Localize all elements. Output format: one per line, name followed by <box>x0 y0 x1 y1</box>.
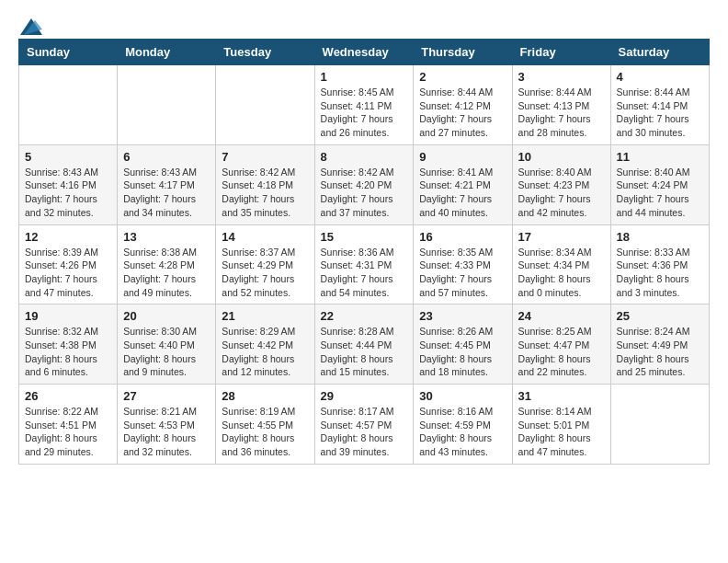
day-detail: Sunrise: 8:29 AM Sunset: 4:42 PM Dayligh… <box>222 325 308 379</box>
calendar-cell: 31Sunrise: 8:14 AM Sunset: 5:01 PM Dayli… <box>512 385 610 465</box>
day-number: 19 <box>25 309 111 323</box>
day-detail: Sunrise: 8:40 AM Sunset: 4:24 PM Dayligh… <box>617 166 703 220</box>
calendar-cell: 20Sunrise: 8:30 AM Sunset: 4:40 PM Dayli… <box>118 304 216 385</box>
day-detail: Sunrise: 8:21 AM Sunset: 4:53 PM Dayligh… <box>123 405 210 459</box>
day-number: 8 <box>321 150 408 164</box>
day-detail: Sunrise: 8:43 AM Sunset: 4:17 PM Dayligh… <box>123 166 210 220</box>
day-detail: Sunrise: 8:24 AM Sunset: 4:49 PM Dayligh… <box>617 325 703 379</box>
calendar-header-thursday: Thursday <box>414 40 512 65</box>
day-number: 12 <box>25 230 111 244</box>
calendar-cell <box>19 65 118 145</box>
day-detail: Sunrise: 8:44 AM Sunset: 4:12 PM Dayligh… <box>419 86 506 140</box>
calendar-cell: 9Sunrise: 8:41 AM Sunset: 4:21 PM Daylig… <box>414 144 512 224</box>
calendar-header-monday: Monday <box>118 40 216 65</box>
day-number: 4 <box>617 70 703 84</box>
day-detail: Sunrise: 8:42 AM Sunset: 4:18 PM Dayligh… <box>222 166 308 220</box>
day-detail: Sunrise: 8:22 AM Sunset: 4:51 PM Dayligh… <box>25 405 111 459</box>
day-number: 3 <box>518 70 605 84</box>
calendar: SundayMondayTuesdayWednesdayThursdayFrid… <box>18 39 710 465</box>
day-detail: Sunrise: 8:36 AM Sunset: 4:31 PM Dayligh… <box>321 246 408 300</box>
calendar-cell: 16Sunrise: 8:35 AM Sunset: 4:33 PM Dayli… <box>414 224 512 304</box>
calendar-week-row: 5Sunrise: 8:43 AM Sunset: 4:16 PM Daylig… <box>19 144 710 224</box>
day-detail: Sunrise: 8:44 AM Sunset: 4:13 PM Dayligh… <box>518 86 605 140</box>
calendar-cell: 8Sunrise: 8:42 AM Sunset: 4:20 PM Daylig… <box>314 144 414 224</box>
calendar-cell: 17Sunrise: 8:34 AM Sunset: 4:34 PM Dayli… <box>512 224 610 304</box>
calendar-cell: 2Sunrise: 8:44 AM Sunset: 4:12 PM Daylig… <box>414 65 512 145</box>
day-detail: Sunrise: 8:14 AM Sunset: 5:01 PM Dayligh… <box>518 405 605 459</box>
day-number: 25 <box>617 309 703 323</box>
calendar-cell: 29Sunrise: 8:17 AM Sunset: 4:57 PM Dayli… <box>314 385 414 465</box>
day-detail: Sunrise: 8:37 AM Sunset: 4:29 PM Dayligh… <box>222 246 308 300</box>
day-number: 22 <box>321 309 408 323</box>
calendar-cell: 14Sunrise: 8:37 AM Sunset: 4:29 PM Dayli… <box>216 224 314 304</box>
day-detail: Sunrise: 8:38 AM Sunset: 4:28 PM Dayligh… <box>123 246 210 300</box>
calendar-cell: 23Sunrise: 8:26 AM Sunset: 4:45 PM Dayli… <box>414 304 512 385</box>
calendar-header-row: SundayMondayTuesdayWednesdayThursdayFrid… <box>19 40 710 65</box>
calendar-cell: 1Sunrise: 8:45 AM Sunset: 4:11 PM Daylig… <box>314 65 414 145</box>
day-number: 10 <box>518 150 605 164</box>
calendar-cell: 21Sunrise: 8:29 AM Sunset: 4:42 PM Dayli… <box>216 304 314 385</box>
calendar-cell: 15Sunrise: 8:36 AM Sunset: 4:31 PM Dayli… <box>314 224 414 304</box>
calendar-header-wednesday: Wednesday <box>314 40 414 65</box>
day-number: 28 <box>222 389 308 403</box>
day-number: 26 <box>25 389 111 403</box>
day-detail: Sunrise: 8:19 AM Sunset: 4:55 PM Dayligh… <box>222 405 308 459</box>
day-detail: Sunrise: 8:45 AM Sunset: 4:11 PM Dayligh… <box>321 86 408 140</box>
calendar-cell <box>118 65 216 145</box>
calendar-cell: 6Sunrise: 8:43 AM Sunset: 4:17 PM Daylig… <box>118 144 216 224</box>
day-detail: Sunrise: 8:28 AM Sunset: 4:44 PM Dayligh… <box>321 325 408 379</box>
day-number: 17 <box>518 230 605 244</box>
day-number: 6 <box>123 150 210 164</box>
day-number: 21 <box>222 309 308 323</box>
day-number: 27 <box>123 389 210 403</box>
day-detail: Sunrise: 8:33 AM Sunset: 4:36 PM Dayligh… <box>617 246 703 300</box>
calendar-cell: 27Sunrise: 8:21 AM Sunset: 4:53 PM Dayli… <box>118 385 216 465</box>
calendar-cell: 12Sunrise: 8:39 AM Sunset: 4:26 PM Dayli… <box>19 224 118 304</box>
calendar-cell: 26Sunrise: 8:22 AM Sunset: 4:51 PM Dayli… <box>19 385 118 465</box>
day-number: 29 <box>321 389 408 403</box>
page: SundayMondayTuesdayWednesdayThursdayFrid… <box>0 0 728 474</box>
calendar-week-row: 26Sunrise: 8:22 AM Sunset: 4:51 PM Dayli… <box>19 385 710 465</box>
day-number: 7 <box>222 150 308 164</box>
calendar-cell <box>216 65 314 145</box>
day-detail: Sunrise: 8:34 AM Sunset: 4:34 PM Dayligh… <box>518 246 605 300</box>
day-number: 24 <box>518 309 605 323</box>
calendar-cell: 30Sunrise: 8:16 AM Sunset: 4:59 PM Dayli… <box>414 385 512 465</box>
day-number: 1 <box>321 70 408 84</box>
day-detail: Sunrise: 8:35 AM Sunset: 4:33 PM Dayligh… <box>419 246 506 300</box>
day-detail: Sunrise: 8:41 AM Sunset: 4:21 PM Dayligh… <box>419 166 506 220</box>
day-detail: Sunrise: 8:44 AM Sunset: 4:14 PM Dayligh… <box>617 86 703 140</box>
calendar-cell <box>610 385 709 465</box>
day-number: 23 <box>419 309 506 323</box>
day-number: 16 <box>419 230 506 244</box>
calendar-cell: 10Sunrise: 8:40 AM Sunset: 4:23 PM Dayli… <box>512 144 610 224</box>
day-number: 31 <box>518 389 605 403</box>
day-detail: Sunrise: 8:26 AM Sunset: 4:45 PM Dayligh… <box>419 325 506 379</box>
calendar-header-tuesday: Tuesday <box>216 40 314 65</box>
day-detail: Sunrise: 8:40 AM Sunset: 4:23 PM Dayligh… <box>518 166 605 220</box>
calendar-cell: 5Sunrise: 8:43 AM Sunset: 4:16 PM Daylig… <box>19 144 118 224</box>
day-detail: Sunrise: 8:43 AM Sunset: 4:16 PM Dayligh… <box>25 166 111 220</box>
header <box>18 18 710 31</box>
day-detail: Sunrise: 8:25 AM Sunset: 4:47 PM Dayligh… <box>518 325 605 379</box>
day-detail: Sunrise: 8:17 AM Sunset: 4:57 PM Dayligh… <box>321 405 408 459</box>
day-number: 15 <box>321 230 408 244</box>
day-number: 30 <box>419 389 506 403</box>
calendar-week-row: 12Sunrise: 8:39 AM Sunset: 4:26 PM Dayli… <box>19 224 710 304</box>
day-number: 18 <box>617 230 703 244</box>
day-number: 14 <box>222 230 308 244</box>
calendar-cell: 28Sunrise: 8:19 AM Sunset: 4:55 PM Dayli… <box>216 385 314 465</box>
calendar-header-friday: Friday <box>512 40 610 65</box>
day-number: 13 <box>123 230 210 244</box>
calendar-cell: 13Sunrise: 8:38 AM Sunset: 4:28 PM Dayli… <box>118 224 216 304</box>
calendar-header-sunday: Sunday <box>19 40 118 65</box>
day-number: 5 <box>25 150 111 164</box>
calendar-week-row: 1Sunrise: 8:45 AM Sunset: 4:11 PM Daylig… <box>19 65 710 145</box>
calendar-cell: 3Sunrise: 8:44 AM Sunset: 4:13 PM Daylig… <box>512 65 610 145</box>
day-number: 20 <box>123 309 210 323</box>
day-number: 2 <box>419 70 506 84</box>
calendar-cell: 19Sunrise: 8:32 AM Sunset: 4:38 PM Dayli… <box>19 304 118 385</box>
calendar-cell: 22Sunrise: 8:28 AM Sunset: 4:44 PM Dayli… <box>314 304 414 385</box>
logo-text <box>18 18 42 35</box>
calendar-week-row: 19Sunrise: 8:32 AM Sunset: 4:38 PM Dayli… <box>19 304 710 385</box>
